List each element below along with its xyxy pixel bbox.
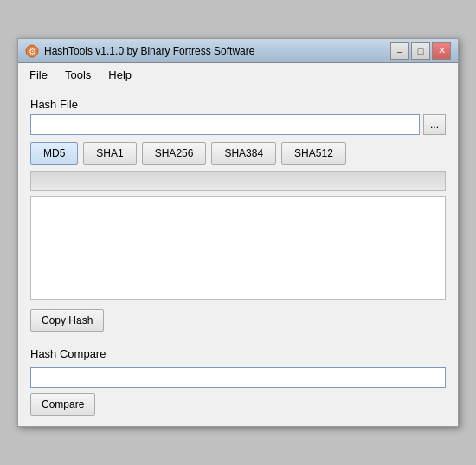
file-path-input[interactable] bbox=[30, 114, 420, 135]
compare-button[interactable]: Compare bbox=[30, 393, 95, 416]
md5-button[interactable]: MD5 bbox=[30, 142, 78, 165]
hash-file-label: Hash File bbox=[30, 98, 446, 111]
file-row: ... bbox=[30, 114, 446, 135]
menu-tools[interactable]: Tools bbox=[57, 65, 99, 85]
menu-bar: File Tools Help bbox=[18, 63, 458, 87]
hash-output-wrapper bbox=[30, 196, 446, 309]
sha384-button[interactable]: SHA384 bbox=[211, 142, 276, 165]
maximize-button[interactable]: □ bbox=[411, 42, 430, 60]
window-controls: – □ ✕ bbox=[390, 42, 451, 60]
close-button[interactable]: ✕ bbox=[432, 42, 451, 60]
progress-bar bbox=[30, 171, 446, 191]
main-window: ⚙ HashTools v1.1.0 by Binary Fortress So… bbox=[17, 38, 459, 427]
copy-hash-button[interactable]: Copy Hash bbox=[30, 309, 104, 332]
content-area: Hash File ... MD5 SHA1 SHA256 SHA384 SHA… bbox=[18, 87, 458, 426]
app-icon: ⚙ bbox=[25, 44, 39, 58]
hash-compare-section: Hash Compare Compare bbox=[30, 347, 446, 416]
hash-output-area[interactable] bbox=[30, 196, 446, 300]
minimize-button[interactable]: – bbox=[390, 42, 409, 60]
browse-button[interactable]: ... bbox=[423, 114, 446, 135]
hash-compare-label: Hash Compare bbox=[30, 347, 446, 360]
menu-help[interactable]: Help bbox=[100, 65, 139, 85]
title-bar: ⚙ HashTools v1.1.0 by Binary Fortress So… bbox=[18, 39, 458, 63]
sha512-button[interactable]: SHA512 bbox=[281, 142, 346, 165]
hash-algorithm-buttons: MD5 SHA1 SHA256 SHA384 SHA512 bbox=[30, 142, 446, 165]
hash-compare-input[interactable] bbox=[30, 367, 446, 388]
sha256-button[interactable]: SHA256 bbox=[142, 142, 207, 165]
sha1-button[interactable]: SHA1 bbox=[83, 142, 136, 165]
svg-text:⚙: ⚙ bbox=[29, 47, 36, 56]
menu-file[interactable]: File bbox=[22, 65, 55, 85]
window-title: HashTools v1.1.0 by Binary Fortress Soft… bbox=[44, 45, 390, 57]
